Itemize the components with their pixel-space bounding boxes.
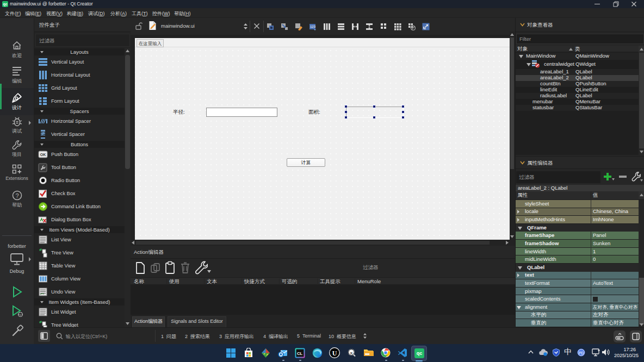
svg-text:u: u [350,351,352,355]
svg-text:OK: OK [40,153,46,157]
svg-text:?: ? [15,192,18,199]
svg-text:123: 123 [310,25,316,28]
svg-text:U: U [332,349,337,357]
svg-text:CL: CL [297,351,302,356]
svg-text:PD: PD [579,351,584,355]
